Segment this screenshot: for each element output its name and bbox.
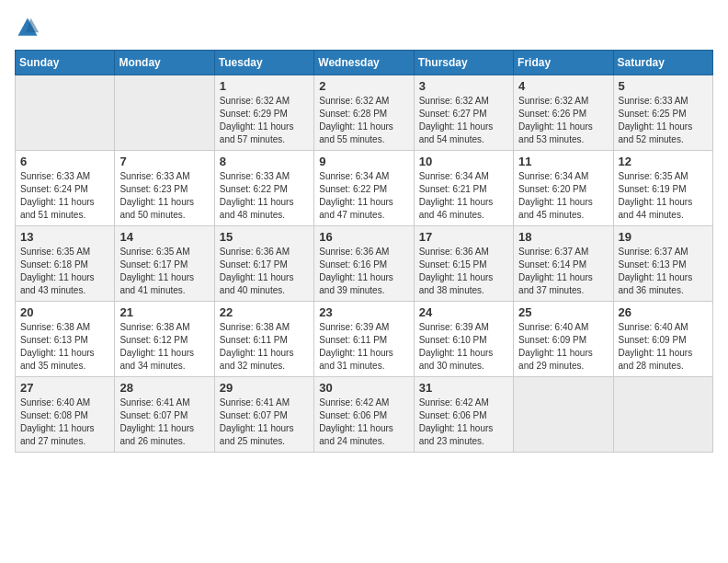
table-row: 23Sunrise: 6:39 AMSunset: 6:11 PMDayligh…: [314, 302, 414, 377]
table-row: 29Sunrise: 6:41 AMSunset: 6:07 PMDayligh…: [214, 377, 313, 453]
cell-details: Sunrise: 6:34 AMSunset: 6:21 PMDaylight:…: [419, 170, 508, 222]
table-row: 4Sunrise: 6:32 AMSunset: 6:26 PMDaylight…: [514, 75, 613, 151]
page-header: [15, 15, 713, 40]
logo-icon: [15, 15, 40, 40]
cell-details: Sunrise: 6:39 AMSunset: 6:11 PMDaylight:…: [319, 321, 408, 373]
cell-details: Sunrise: 6:39 AMSunset: 6:10 PMDaylight:…: [419, 321, 508, 373]
cell-details: Sunrise: 6:42 AMSunset: 6:06 PMDaylight:…: [319, 396, 408, 448]
logo: [15, 15, 44, 40]
day-number: 17: [419, 230, 508, 244]
table-row: 20Sunrise: 6:38 AMSunset: 6:13 PMDayligh…: [16, 302, 115, 377]
cell-details: Sunrise: 6:38 AMSunset: 6:13 PMDaylight:…: [20, 321, 109, 373]
table-row: 3Sunrise: 6:32 AMSunset: 6:27 PMDaylight…: [414, 75, 513, 151]
day-number: 26: [619, 305, 708, 319]
table-row: 25Sunrise: 6:40 AMSunset: 6:09 PMDayligh…: [514, 302, 613, 377]
day-of-week-header: Tuesday: [214, 51, 313, 75]
day-number: 31: [419, 381, 508, 395]
table-row: 5Sunrise: 6:33 AMSunset: 6:25 PMDaylight…: [613, 75, 712, 151]
cell-details: Sunrise: 6:33 AMSunset: 6:25 PMDaylight:…: [619, 95, 708, 146]
table-row: 31Sunrise: 6:42 AMSunset: 6:06 PMDayligh…: [414, 377, 513, 453]
cell-details: Sunrise: 6:36 AMSunset: 6:17 PMDaylight:…: [220, 246, 309, 297]
day-number: 8: [220, 155, 309, 168]
cell-details: Sunrise: 6:32 AMSunset: 6:27 PMDaylight:…: [419, 95, 508, 146]
table-row: 15Sunrise: 6:36 AMSunset: 6:17 PMDayligh…: [214, 226, 313, 302]
day-of-week-header: Friday: [514, 51, 613, 75]
cell-details: Sunrise: 6:35 AMSunset: 6:19 PMDaylight:…: [619, 170, 708, 222]
calendar-week-row: 1Sunrise: 6:32 AMSunset: 6:29 PMDaylight…: [16, 75, 713, 151]
cell-details: Sunrise: 6:34 AMSunset: 6:22 PMDaylight:…: [319, 170, 408, 222]
cell-details: Sunrise: 6:40 AMSunset: 6:09 PMDaylight:…: [619, 321, 708, 373]
table-row: 21Sunrise: 6:38 AMSunset: 6:12 PMDayligh…: [115, 302, 214, 377]
table-row: [115, 75, 214, 151]
cell-details: Sunrise: 6:36 AMSunset: 6:15 PMDaylight:…: [419, 246, 508, 297]
day-number: 4: [518, 79, 608, 93]
cell-details: Sunrise: 6:35 AMSunset: 6:18 PMDaylight:…: [20, 246, 109, 297]
table-row: 17Sunrise: 6:36 AMSunset: 6:15 PMDayligh…: [414, 226, 513, 302]
cell-details: Sunrise: 6:33 AMSunset: 6:22 PMDaylight:…: [220, 170, 309, 222]
day-of-week-header: Sunday: [16, 51, 115, 75]
cell-details: Sunrise: 6:41 AMSunset: 6:07 PMDaylight:…: [220, 396, 309, 448]
day-of-week-header: Thursday: [414, 51, 513, 75]
table-row: 28Sunrise: 6:41 AMSunset: 6:07 PMDayligh…: [115, 377, 214, 453]
table-row: 9Sunrise: 6:34 AMSunset: 6:22 PMDaylight…: [314, 151, 414, 226]
table-row: 14Sunrise: 6:35 AMSunset: 6:17 PMDayligh…: [115, 226, 214, 302]
table-row: [514, 377, 613, 453]
table-row: 22Sunrise: 6:38 AMSunset: 6:11 PMDayligh…: [214, 302, 313, 377]
day-number: 5: [619, 79, 708, 93]
day-number: 23: [319, 305, 408, 319]
day-number: 13: [20, 230, 109, 244]
table-row: [613, 377, 712, 453]
day-number: 21: [119, 305, 209, 319]
table-row: 10Sunrise: 6:34 AMSunset: 6:21 PMDayligh…: [414, 151, 513, 226]
day-number: 18: [518, 230, 608, 244]
day-number: 22: [220, 305, 309, 319]
cell-details: Sunrise: 6:38 AMSunset: 6:11 PMDaylight:…: [220, 321, 309, 373]
day-of-week-header: Monday: [115, 51, 214, 75]
calendar-table: SundayMondayTuesdayWednesdayThursdayFrid…: [15, 50, 713, 453]
cell-details: Sunrise: 6:36 AMSunset: 6:16 PMDaylight:…: [319, 246, 408, 297]
day-number: 24: [419, 305, 508, 319]
table-row: 19Sunrise: 6:37 AMSunset: 6:13 PMDayligh…: [613, 226, 712, 302]
cell-details: Sunrise: 6:32 AMSunset: 6:29 PMDaylight:…: [220, 95, 309, 146]
day-number: 1: [220, 79, 309, 93]
cell-details: Sunrise: 6:40 AMSunset: 6:08 PMDaylight:…: [20, 396, 109, 448]
cell-details: Sunrise: 6:41 AMSunset: 6:07 PMDaylight:…: [119, 396, 209, 448]
calendar-week-row: 13Sunrise: 6:35 AMSunset: 6:18 PMDayligh…: [16, 226, 713, 302]
table-row: 27Sunrise: 6:40 AMSunset: 6:08 PMDayligh…: [16, 377, 115, 453]
cell-details: Sunrise: 6:42 AMSunset: 6:06 PMDaylight:…: [419, 396, 508, 448]
day-number: 28: [119, 381, 209, 395]
table-row: [16, 75, 115, 151]
cell-details: Sunrise: 6:40 AMSunset: 6:09 PMDaylight:…: [518, 321, 608, 373]
table-row: 7Sunrise: 6:33 AMSunset: 6:23 PMDaylight…: [115, 151, 214, 226]
table-row: 8Sunrise: 6:33 AMSunset: 6:22 PMDaylight…: [214, 151, 313, 226]
calendar-week-row: 27Sunrise: 6:40 AMSunset: 6:08 PMDayligh…: [16, 377, 713, 453]
day-of-week-header: Wednesday: [314, 51, 414, 75]
day-number: 2: [319, 79, 408, 93]
calendar-week-row: 20Sunrise: 6:38 AMSunset: 6:13 PMDayligh…: [16, 302, 713, 377]
cell-details: Sunrise: 6:33 AMSunset: 6:23 PMDaylight:…: [119, 170, 209, 222]
cell-details: Sunrise: 6:37 AMSunset: 6:14 PMDaylight:…: [518, 246, 608, 297]
day-number: 27: [20, 381, 109, 395]
table-row: 1Sunrise: 6:32 AMSunset: 6:29 PMDaylight…: [214, 75, 313, 151]
day-number: 9: [319, 155, 408, 168]
table-row: 11Sunrise: 6:34 AMSunset: 6:20 PMDayligh…: [514, 151, 613, 226]
table-row: 16Sunrise: 6:36 AMSunset: 6:16 PMDayligh…: [314, 226, 414, 302]
day-number: 20: [20, 305, 109, 319]
cell-details: Sunrise: 6:32 AMSunset: 6:26 PMDaylight:…: [518, 95, 608, 146]
day-number: 14: [119, 230, 209, 244]
table-row: 12Sunrise: 6:35 AMSunset: 6:19 PMDayligh…: [613, 151, 712, 226]
day-number: 10: [419, 155, 508, 168]
cell-details: Sunrise: 6:38 AMSunset: 6:12 PMDaylight:…: [119, 321, 209, 373]
day-of-week-header: Saturday: [613, 51, 712, 75]
day-number: 29: [220, 381, 309, 395]
table-row: 13Sunrise: 6:35 AMSunset: 6:18 PMDayligh…: [16, 226, 115, 302]
day-number: 15: [220, 230, 309, 244]
day-number: 3: [419, 79, 508, 93]
day-number: 7: [119, 155, 209, 168]
calendar-header-row: SundayMondayTuesdayWednesdayThursdayFrid…: [16, 51, 713, 75]
table-row: 26Sunrise: 6:40 AMSunset: 6:09 PMDayligh…: [613, 302, 712, 377]
day-number: 30: [319, 381, 408, 395]
cell-details: Sunrise: 6:37 AMSunset: 6:13 PMDaylight:…: [619, 246, 708, 297]
day-number: 19: [619, 230, 708, 244]
day-number: 16: [319, 230, 408, 244]
